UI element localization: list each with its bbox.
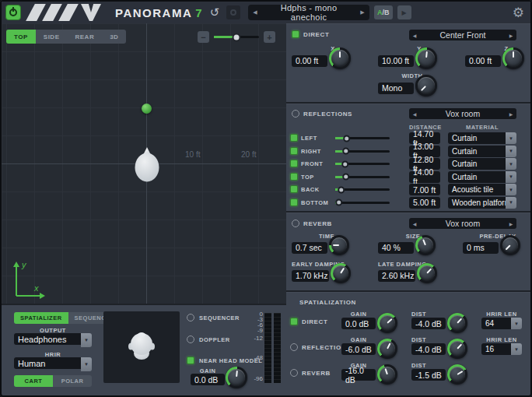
chevron-down-icon[interactable]: ▼: [511, 343, 522, 355]
spat-reflections-led[interactable]: [290, 343, 298, 351]
slider-thumb[interactable]: [335, 199, 342, 206]
spat-reverb-led[interactable]: [290, 369, 298, 377]
direct-gain-knob[interactable]: [377, 313, 397, 333]
size-value[interactable]: 40 %: [378, 242, 414, 254]
next-icon[interactable]: ▶: [506, 111, 516, 117]
reverb-rolloff-knob[interactable]: [447, 364, 467, 385]
reverb-gain-knob[interactable]: [377, 364, 397, 385]
next-icon[interactable]: ▶: [506, 33, 516, 38]
back-level-slider[interactable]: [335, 188, 390, 191]
x-knob[interactable]: [329, 47, 351, 69]
zoom-slider-knob[interactable]: [233, 33, 241, 41]
preset-selector[interactable]: ◀ Hdphs - mono anechoic ▶: [248, 5, 369, 20]
time-knob[interactable]: [329, 235, 349, 255]
back-material-select[interactable]: Acoustic tile: [448, 184, 506, 195]
tab-side-view[interactable]: SIDE: [36, 30, 68, 44]
direct-hrir-select[interactable]: 64: [481, 318, 511, 329]
direct-gain-value[interactable]: 0.0 dB: [341, 318, 376, 329]
tab-rear-view[interactable]: REAR: [67, 30, 102, 44]
tab-top-view[interactable]: TOP: [6, 30, 36, 44]
time-value[interactable]: 0.7 sec: [292, 242, 327, 254]
early-damping-value[interactable]: 1.70 kHz: [292, 270, 329, 282]
right-led[interactable]: [290, 147, 298, 155]
gain-value[interactable]: 0.0 dB: [191, 374, 225, 385]
output-select[interactable]: Headphones ▼: [14, 333, 92, 347]
zoom-out-button[interactable]: −: [198, 31, 209, 43]
undo-button[interactable]: ↺: [208, 5, 222, 19]
y-knob[interactable]: [415, 47, 437, 69]
slider-thumb[interactable]: [338, 186, 345, 193]
preset-prev-icon[interactable]: ◀: [248, 9, 262, 16]
reverb-enable-checkbox[interactable]: [292, 220, 299, 227]
tab-cart[interactable]: CART: [14, 375, 53, 387]
chevron-down-icon[interactable]: ▼: [511, 318, 522, 329]
near-head-model-checkbox[interactable]: [187, 357, 194, 364]
top-level-slider[interactable]: [335, 176, 390, 178]
reverb-room-preset-selector[interactable]: ◀ Vox room ▶: [409, 218, 516, 229]
reflections-rolloff-knob[interactable]: [447, 339, 467, 359]
sequencer-checkbox[interactable]: [187, 314, 194, 321]
position-preset-selector[interactable]: ◀ Center Front ▶: [409, 30, 516, 40]
left-level-slider[interactable]: [335, 137, 390, 139]
chevron-down-icon[interactable]: ▼: [506, 184, 516, 195]
tab-3d-view[interactable]: 3D: [102, 30, 126, 44]
top-led[interactable]: [290, 173, 298, 181]
prev-icon[interactable]: ◀: [409, 33, 420, 38]
direct-rolloff-knob[interactable]: [447, 313, 467, 333]
back-led[interactable]: [290, 185, 298, 193]
front-level-slider[interactable]: [335, 163, 390, 165]
hrir-select[interactable]: Human ▼: [14, 357, 92, 371]
bottom-material-select[interactable]: Wooden platform: [448, 197, 506, 209]
doppler-checkbox[interactable]: [187, 336, 194, 343]
ab-compare-button[interactable]: A/B: [374, 5, 393, 19]
slider-thumb[interactable]: [342, 148, 349, 155]
prev-icon[interactable]: ◀: [409, 221, 420, 227]
copy-ab-button[interactable]: ▶: [397, 5, 411, 19]
reflections-rolloff-value[interactable]: -4.0 dB: [411, 343, 446, 355]
sound-source-handle[interactable]: [142, 104, 152, 114]
front-led[interactable]: [290, 160, 298, 167]
left-led[interactable]: [290, 134, 298, 142]
room-preset-selector[interactable]: ◀ Vox room ▶: [409, 108, 516, 119]
predelay-value[interactable]: 0 ms: [463, 242, 499, 254]
slider-thumb[interactable]: [342, 174, 349, 181]
prev-icon[interactable]: ◀: [409, 111, 420, 117]
back-distance-value[interactable]: 7.00 ft: [409, 184, 440, 195]
reflections-hrir-select[interactable]: 16: [481, 343, 511, 355]
width-knob[interactable]: [415, 75, 437, 97]
gain-knob[interactable]: [226, 367, 247, 388]
reverb-gain-value[interactable]: -16.0 dB: [341, 369, 376, 381]
reflections-gain-value[interactable]: -6.0 dB: [341, 343, 376, 355]
early-damping-knob[interactable]: [331, 263, 351, 283]
tab-spatializer[interactable]: SPATIALIZER: [14, 312, 68, 324]
front-material-select[interactable]: Curtain: [448, 158, 506, 170]
predelay-knob[interactable]: [500, 235, 520, 255]
preset-next-icon[interactable]: ▶: [355, 9, 369, 16]
width-value[interactable]: Mono: [378, 83, 414, 94]
compare-button[interactable]: [226, 5, 240, 19]
chevron-down-icon[interactable]: ▼: [506, 146, 516, 157]
slider-thumb[interactable]: [343, 135, 350, 142]
chevron-down-icon[interactable]: ▼: [81, 357, 92, 371]
direct-rolloff-value[interactable]: -4.0 dB: [411, 318, 446, 329]
spat-direct-led[interactable]: [290, 318, 298, 325]
chevron-down-icon[interactable]: ▼: [506, 132, 516, 144]
chevron-down-icon[interactable]: ▼: [506, 197, 516, 209]
chevron-down-icon[interactable]: ▼: [506, 171, 516, 183]
top-distance-value[interactable]: 14.00 ft: [409, 171, 440, 183]
power-button[interactable]: [5, 5, 21, 20]
late-damping-value[interactable]: 2.60 kHz: [378, 270, 415, 282]
x-value[interactable]: 0.00 ft: [292, 55, 327, 67]
right-material-select[interactable]: Curtain: [448, 146, 506, 157]
left-material-select[interactable]: Curtain: [448, 132, 506, 144]
bottom-led[interactable]: [290, 198, 298, 206]
reflections-gain-knob[interactable]: [377, 339, 397, 359]
top-material-select[interactable]: Curtain: [448, 171, 506, 183]
direct-enable-led[interactable]: [292, 30, 299, 38]
reflections-enable-checkbox[interactable]: [292, 110, 299, 118]
z-knob[interactable]: [502, 47, 524, 69]
right-level-slider[interactable]: [335, 150, 390, 153]
tab-polar[interactable]: POLAR: [53, 375, 92, 387]
late-damping-knob[interactable]: [417, 263, 437, 283]
bottom-distance-value[interactable]: 5.00 ft: [409, 197, 440, 209]
